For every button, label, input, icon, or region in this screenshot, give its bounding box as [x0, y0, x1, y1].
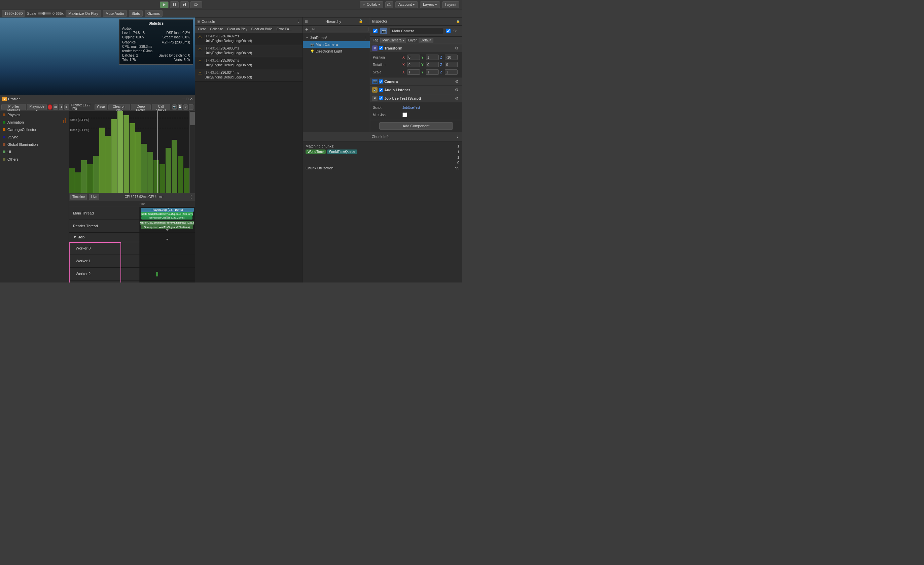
module-physics[interactable]: Physics	[0, 111, 69, 119]
scale-slider[interactable]	[38, 12, 51, 15]
layers-button[interactable]: Layers ▾	[420, 2, 440, 8]
worker-2a-content[interactable]	[140, 268, 195, 280]
worker-2b-content[interactable]	[140, 281, 195, 283]
pause-button[interactable]	[170, 2, 178, 8]
job-expand-arrow[interactable]: ▼	[73, 235, 77, 239]
module-animation[interactable]: Animation	[0, 119, 69, 126]
console-row[interactable]: ⚠ [17:43:51] 236.0344ms UnityEngine.Debu…	[195, 69, 303, 81]
console-row[interactable]: ⚠ [17:43:51] 236.4883ms UnityEngine.Debu…	[195, 45, 303, 57]
console-content[interactable]: ⚠ [17:43:51] 236.0497ms UnityEngine.Debu…	[195, 33, 303, 282]
transform-settings-icon[interactable]: ⚙	[455, 46, 459, 51]
module-gi[interactable]: Global Illumination	[0, 141, 69, 148]
sc-z-input[interactable]: 1	[445, 69, 458, 75]
chart-scrollbar-thumb[interactable]	[190, 112, 195, 125]
camera-comp-header[interactable]: 📷 Camera ⚙	[370, 77, 462, 86]
render-thread-expand[interactable]	[166, 228, 169, 231]
transform-header[interactable]: ⊞ Transform ⚙	[370, 44, 462, 52]
hierarchy-scene[interactable]: ▼ JobDemo* ⋮	[303, 35, 370, 41]
module-vsync[interactable]: VSync	[0, 133, 69, 141]
rot-y-input[interactable]: 0	[426, 62, 439, 67]
collab-button[interactable]: ✓ Collab ▾	[360, 2, 383, 8]
account-button[interactable]: Account ▾	[395, 2, 418, 8]
console-clear-button[interactable]: Clear	[196, 26, 208, 32]
timeline-dropdown[interactable]: Timeline	[70, 194, 87, 200]
camera-settings-icon[interactable]: ⚙	[455, 79, 459, 84]
sc-y-input[interactable]: 1	[426, 69, 439, 75]
console-collapse-button[interactable]: Collapse	[208, 26, 225, 32]
job-use-test-header[interactable]: # Job Use Test (Script) ⚙	[370, 94, 462, 102]
timeline-more-button[interactable]: ⋮	[189, 194, 194, 200]
live-button[interactable]: Live	[89, 194, 99, 200]
save-profiler-button[interactable]: 💾	[178, 104, 182, 110]
aspect-dropdown[interactable]	[190, 2, 202, 8]
deep-profile-button[interactable]: Deep Profile	[131, 104, 151, 110]
rot-z-input[interactable]: 0	[445, 62, 458, 67]
worker-1-content[interactable]	[140, 255, 195, 267]
console-row[interactable]: ⚠ [17:43:51] 236.0497ms UnityEngine.Debu…	[195, 33, 303, 45]
maximize-on-play-button[interactable]: Maximize On Play	[66, 10, 101, 17]
add-component-button[interactable]: Add Component	[379, 122, 453, 130]
chunk-more-icon[interactable]: ⋮	[456, 134, 459, 139]
static-checkbox[interactable]	[446, 29, 450, 33]
script-link[interactable]: JobUseTest	[402, 106, 420, 110]
tag-dropdown[interactable]: MainCamera ▾	[380, 38, 406, 43]
hierarchy-more-icon[interactable]: ⋮	[364, 19, 368, 24]
hierarchy-main-camera[interactable]: 📷 Main Camera	[303, 41, 370, 48]
step-button[interactable]	[180, 2, 189, 8]
worker-0-content[interactable]	[140, 242, 195, 255]
gizmos-button[interactable]: Gizmos	[145, 10, 162, 17]
rot-x-input[interactable]: 0	[407, 62, 420, 67]
scene-options-icon[interactable]: ⋮	[364, 36, 367, 40]
clear-on-play-profiler-button[interactable]: Clear on Play	[108, 104, 129, 110]
hierarchy-lock-icon[interactable]: 🔒	[359, 19, 363, 24]
profiler-max-icon[interactable]: □	[186, 97, 188, 101]
help-button[interactable]: ?	[183, 104, 188, 110]
pos-y-input[interactable]: 1	[426, 54, 439, 60]
resolution-dropdown[interactable]: 1920x1080	[2, 10, 25, 17]
nav-prev-button[interactable]: ◀	[59, 104, 64, 110]
console-clear-on-play-button[interactable]: Clear on Play	[225, 26, 249, 32]
object-name-input[interactable]	[390, 28, 443, 35]
profiler-modules-button[interactable]: Profiler Modules	[2, 104, 26, 110]
main-thread-content[interactable]: PlayerLoop (237.15ms) Update.ScriptRunBe…	[140, 207, 195, 219]
play-button[interactable]	[160, 2, 169, 8]
module-others[interactable]: Others	[0, 156, 69, 163]
pos-x-input[interactable]: 0	[407, 54, 420, 60]
audio-checkbox[interactable]	[379, 88, 383, 92]
audio-settings-icon[interactable]: ⚙	[455, 87, 459, 92]
render-thread-content[interactable]: Gfx.WaitForGfxCommandsFromMainThread (23…	[140, 220, 195, 232]
more-options-button[interactable]: ⋮	[189, 104, 194, 110]
main-thread-expand[interactable]	[166, 215, 169, 219]
transform-checkbox[interactable]	[379, 46, 383, 50]
audio-listener-header[interactable]: 🔊 Audio Listener ⚙	[370, 86, 462, 94]
module-ui[interactable]: UI	[0, 148, 69, 156]
job-test-checkbox[interactable]	[379, 96, 383, 100]
hierarchy-search[interactable]	[310, 27, 369, 32]
console-row[interactable]: ⚠ [17:43:51] 235.9962ms UnityEngine.Debu…	[195, 57, 303, 69]
console-error-pause-button[interactable]: Error Pa...	[275, 26, 294, 32]
profiler-chart[interactable]: 33ms (30FPS) 16ms (60FPS)	[69, 111, 195, 193]
layer-dropdown[interactable]: Default	[418, 38, 434, 43]
module-gc[interactable]: GarbageCollector	[0, 126, 69, 133]
nav-next-button[interactable]: ▶	[64, 104, 69, 110]
add-hierarchy-button[interactable]: +	[304, 27, 309, 32]
screenshot-button[interactable]: 📷	[172, 104, 177, 110]
record-button[interactable]	[48, 104, 52, 110]
hierarchy-directional-light[interactable]: 💡 Directional Light	[303, 48, 370, 54]
cloud-icon[interactable]	[385, 2, 393, 8]
clear-profiler-button[interactable]: Clear	[94, 104, 107, 110]
stats-button[interactable]: Stats	[129, 10, 142, 17]
nav-prev-prev-button[interactable]: ⏮	[53, 104, 58, 110]
m-is-job-checkbox[interactable]	[402, 113, 407, 117]
playmode-button[interactable]: Playmode ▾	[27, 104, 46, 110]
chart-scrollbar[interactable]	[189, 111, 195, 193]
console-clear-on-build-button[interactable]: Clear on Build	[250, 26, 274, 32]
active-checkbox[interactable]	[373, 29, 378, 33]
job-section-expand[interactable]	[166, 237, 169, 241]
pos-z-input[interactable]: -10	[445, 54, 458, 60]
job-test-settings-icon[interactable]: ⚙	[455, 96, 459, 101]
profiler-min-icon[interactable]: ─	[182, 97, 185, 101]
layout-button[interactable]: Layout	[442, 2, 459, 8]
console-close-icon[interactable]: ⋮	[297, 19, 300, 24]
camera-checkbox[interactable]	[379, 80, 383, 84]
